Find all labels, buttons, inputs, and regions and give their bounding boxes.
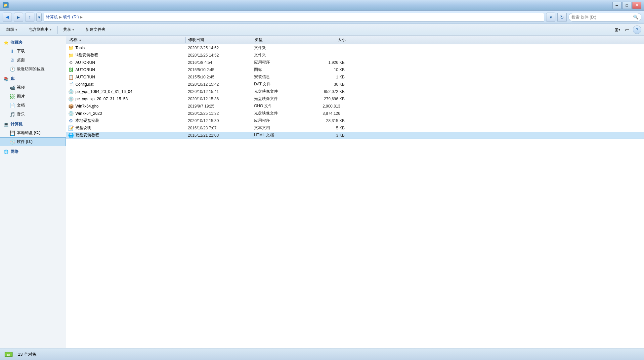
sidebar-library-header[interactable]: 📚 库: [0, 75, 66, 83]
file-type-icon: 💿: [68, 96, 73, 102]
images-label: 图片: [17, 94, 25, 99]
file-size: 2,900,813 ...: [304, 104, 347, 109]
file-size: 1,926 KB: [304, 60, 347, 65]
desktop-label: 桌面: [17, 57, 25, 63]
library-label: 库: [11, 76, 15, 82]
video-icon: 📹: [10, 85, 15, 90]
file-type: 文件夹: [251, 52, 304, 58]
path-separator-2: ▶: [80, 15, 83, 19]
file-type-icon: 📝: [68, 125, 73, 131]
column-header: 名称 ▲ 修改日期 类型 大小: [66, 36, 644, 44]
file-type-icon: 🌐: [68, 133, 73, 138]
sidebar-item-downloads[interactable]: ⬇ 下载: [0, 47, 66, 56]
downloads-icon: ⬇: [10, 49, 15, 54]
table-row[interactable]: 📦 Win7x64.gho 2019/9/7 19:25 GHO 文件 2,90…: [66, 103, 644, 110]
sidebar-item-drive-d[interactable]: 💿 软件 (D:): [0, 137, 66, 146]
file-date: 2020/10/12 15:30: [185, 118, 251, 123]
file-date: 2016/11/21 22:03: [185, 133, 251, 138]
sidebar-item-images[interactable]: 🖼 图片: [0, 92, 66, 101]
file-type-icon: 💿: [68, 111, 73, 116]
address-dropdown-button[interactable]: ▾: [546, 13, 555, 22]
sidebar-item-recent[interactable]: 🕐 最近访问的位置: [0, 65, 66, 73]
sidebar: ⭐ 收藏夹 ⬇ 下载 🖥 桌面 🕐 最近访问的位置 📚 库 �: [0, 36, 66, 348]
file-type-icon: ⚙: [68, 60, 73, 65]
sidebar-computer-header[interactable]: 💻 计算机: [0, 120, 66, 128]
file-name: ⚙ AUTORUN: [66, 60, 185, 65]
forward-button[interactable]: ►: [14, 13, 23, 22]
back-button[interactable]: ◄: [3, 13, 12, 22]
col-date-header[interactable]: 修改日期: [186, 37, 252, 43]
file-size: 28,315 KB: [304, 118, 347, 123]
file-list: 📁 Tools 2020/12/25 14:52 文件夹 📁 U盘安装教程 20…: [66, 44, 644, 348]
minimize-button[interactable]: ─: [612, 2, 622, 9]
search-icon[interactable]: 🔍: [633, 15, 638, 20]
table-row[interactable]: 📝 光盘说明 2016/10/23 7:07 文本文档 5 KB: [66, 124, 644, 132]
sidebar-item-docs[interactable]: 📄 文档: [0, 101, 66, 110]
table-row[interactable]: 📁 Tools 2020/12/25 14:52 文件夹: [66, 44, 644, 52]
share-button[interactable]: 共享 ▾: [60, 25, 78, 34]
address-bar: ◄ ► ↑ ▾ 计算机 ▶ 软件 (D:) ▶ ▾ ↻ 🔍: [0, 11, 644, 24]
file-date: 2020/12/25 14:52: [185, 46, 251, 50]
title-bar-buttons: ─ □ ✕: [612, 2, 641, 9]
toolbar: 组织 ▾ 包含到库中 ▾ 共享 ▾ 新建文件夹 ⊞ ▾ ▭ ?: [0, 24, 644, 36]
path-drive[interactable]: 软件 (D:): [63, 14, 79, 20]
table-row[interactable]: 🖼 AUTORUN 2015/5/10 2:45 图标 10 KB: [66, 66, 644, 73]
close-button[interactable]: ✕: [632, 2, 641, 9]
table-row[interactable]: ⚙ AUTORUN 2016/1/8 4:54 应用程序 1,926 KB: [66, 59, 644, 66]
file-type: 光盘映像文件: [251, 96, 304, 102]
file-size: 3 KB: [304, 133, 347, 138]
sidebar-network-section: 🌐 网络: [0, 148, 66, 156]
share-label: 共享: [63, 27, 71, 32]
col-type-header[interactable]: 类型: [252, 37, 305, 43]
table-row[interactable]: 📁 U盘安装教程 2020/12/25 14:52 文件夹: [66, 52, 644, 59]
table-row[interactable]: 📋 AUTORUN 2015/5/10 2:45 安装信息 1 KB: [66, 73, 644, 81]
preview-pane-button[interactable]: ▭: [623, 25, 631, 34]
file-name: 📋 AUTORUN: [66, 74, 185, 80]
recent-icon: 🕐: [10, 67, 15, 72]
toolbar-separator-3: [80, 26, 80, 34]
view-toggle-button[interactable]: ⊞ ▾: [613, 25, 622, 34]
organize-label: 组织: [6, 27, 14, 32]
svg-text:D:: D:: [7, 353, 10, 356]
file-date: 2015/5/10 2:45: [185, 75, 251, 79]
computer-label: 计算机: [11, 121, 22, 127]
table-row[interactable]: 💿 Win7x64_2020 2020/12/25 11:32 光盘映像文件 3…: [66, 110, 644, 117]
drive-c-label: 本地磁盘 (C:): [17, 130, 40, 136]
help-button[interactable]: ?: [633, 25, 641, 34]
table-row[interactable]: 💿 pe_yqs_1064_20_07_31_16_04 2020/10/12 …: [66, 88, 644, 95]
organize-button[interactable]: 组织 ▾: [3, 25, 21, 34]
refresh-button[interactable]: ↻: [557, 13, 567, 22]
include-label: 包含到库中: [29, 27, 49, 32]
address-path[interactable]: 计算机 ▶ 软件 (D:) ▶: [44, 13, 544, 22]
table-row[interactable]: 💿 pe_yqs_xp_20_07_31_15_53 2020/10/12 15…: [66, 95, 644, 103]
share-arrow: ▾: [72, 28, 74, 31]
library-icon: 📚: [3, 76, 9, 82]
sidebar-item-desktop[interactable]: 🖥 桌面: [0, 56, 66, 65]
sidebar-favorites-header[interactable]: ⭐ 收藏夹: [0, 38, 66, 47]
sidebar-item-video[interactable]: 📹 视频: [0, 83, 66, 92]
file-type: DAT 文件: [251, 81, 304, 87]
file-name: 📄 Config.dat: [66, 82, 185, 87]
file-type-icon: 🖼: [68, 67, 73, 72]
view-icon: ⊞: [615, 27, 619, 32]
sidebar-network-header[interactable]: 🌐 网络: [0, 148, 66, 156]
up-button[interactable]: ↑: [25, 13, 34, 22]
col-name-header[interactable]: 名称 ▲: [66, 37, 185, 43]
search-box: 🔍: [569, 13, 641, 22]
file-size: 5 KB: [304, 126, 347, 130]
history-arrow-button[interactable]: ▾: [36, 13, 42, 22]
search-input[interactable]: [572, 15, 632, 20]
include-library-button[interactable]: 包含到库中 ▾: [25, 25, 55, 34]
table-row[interactable]: 🌐 硬盘安装教程 2016/11/21 22:03 HTML 文档 3 KB: [66, 132, 644, 139]
title-bar: 📁 ─ □ ✕: [0, 0, 644, 11]
maximize-button[interactable]: □: [622, 2, 631, 9]
sidebar-item-music[interactable]: 🎵 音乐: [0, 110, 66, 119]
music-icon: 🎵: [10, 112, 15, 117]
sidebar-item-drive-c[interactable]: 💾 本地磁盘 (C:): [0, 128, 66, 137]
toolbar-separator-1: [23, 26, 23, 34]
new-folder-button[interactable]: 新建文件夹: [82, 25, 109, 34]
path-computer[interactable]: 计算机: [46, 14, 58, 20]
col-size-header[interactable]: 大小: [305, 37, 348, 43]
table-row[interactable]: 📄 Config.dat 2020/10/12 15:42 DAT 文件 36 …: [66, 81, 644, 88]
table-row[interactable]: ⚙ 本地硬盘安装 2020/10/12 15:30 应用程序 28,315 KB: [66, 117, 644, 124]
